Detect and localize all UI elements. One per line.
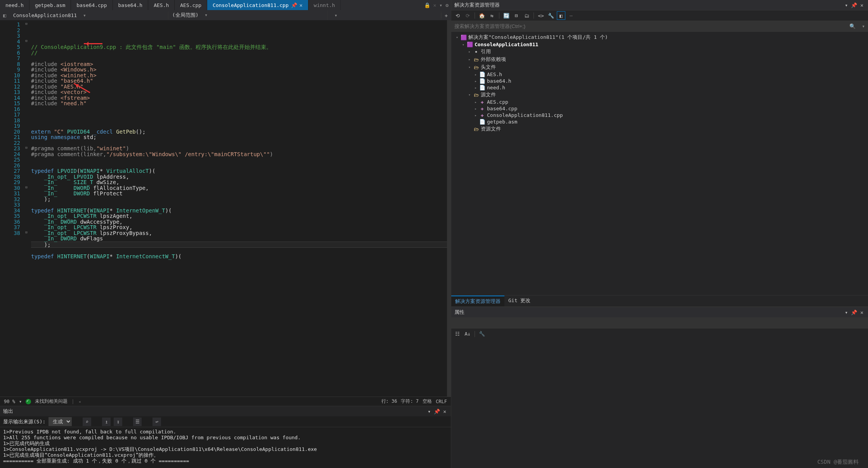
code-line[interactable]: _In_opt_ LPCWSTR lpszProxy, — [31, 224, 451, 230]
code-line[interactable]: #pragma comment(linker,"/subsystem:\"Win… — [31, 151, 451, 157]
code-line[interactable]: typedef HINTERNET(WINAPI* InternetConnec… — [31, 254, 451, 259]
sync-icon[interactable]: ⇆ — [488, 12, 496, 19]
close-icon[interactable]: ✕ — [859, 2, 865, 8]
close-icon[interactable]: ✕ — [300, 2, 303, 8]
gear-icon[interactable]: ⚙ — [445, 2, 449, 8]
no-issues-icon[interactable] — [26, 399, 31, 404]
code-line[interactable] — [31, 112, 451, 118]
code-line[interactable]: ); — [31, 197, 451, 202]
pin-icon[interactable]: 📌 — [849, 2, 859, 8]
scope-member[interactable]: ▾ — [327, 11, 441, 19]
editor-tab[interactable]: base64.h — [113, 0, 149, 10]
code-line[interactable] — [31, 140, 451, 146]
dropdown-icon[interactable]: ▾ — [439, 2, 442, 8]
solution-tree[interactable]: ▾🟪解决方案"ConsoleApplication811"(1 个项目/共 1 … — [451, 32, 868, 134]
code-line[interactable]: #include "AES.h" — [31, 84, 451, 90]
goto-next-icon[interactable]: ↧ — [114, 418, 122, 426]
dropdown-icon[interactable]: ▾ — [843, 2, 849, 8]
more-icon[interactable]: ⋯ — [567, 12, 575, 19]
eol-mode[interactable]: CRLF — [436, 399, 447, 404]
code-line[interactable] — [31, 56, 451, 61]
categorized-icon[interactable]: ☷ — [454, 330, 461, 338]
code-line[interactable]: extern "C" PVOID64 _cdecl GetPeb(); — [31, 129, 451, 135]
editor-tab[interactable]: winnt.h — [308, 0, 341, 10]
code-line[interactable]: #include <iostream> — [31, 61, 451, 67]
code-line[interactable]: _In_ DWORD dwAccessType, — [31, 219, 451, 225]
preview-icon[interactable]: ◧ — [557, 12, 565, 19]
code-line[interactable]: #include "need.h" — [31, 101, 451, 106]
solution-search-input[interactable] — [451, 21, 846, 31]
split-editor-icon[interactable]: ✚ — [441, 12, 451, 18]
tree-file[interactable]: ▸✚base64.cpp — [454, 105, 868, 112]
resources-folder[interactable]: 🗁资源文件 — [454, 125, 868, 133]
back-icon[interactable]: ⟲ — [454, 12, 461, 19]
sources-folder[interactable]: ▾🗁源文件 — [454, 91, 868, 99]
editor-tab[interactable]: AES.cpp — [175, 0, 207, 10]
tree-file[interactable]: ▸✚AES.cpp — [454, 99, 868, 105]
close-icon[interactable]: ✕ — [859, 310, 865, 315]
code-line[interactable] — [31, 106, 451, 112]
show-all-icon[interactable]: 🗂 — [523, 12, 530, 19]
code-line[interactable]: _In_ DWORD dwFlags — [31, 236, 451, 242]
issues-text[interactable]: 未找到相关问题 — [35, 398, 68, 405]
pin-icon[interactable]: 📌 — [291, 2, 297, 8]
output-text[interactable]: 1>Previous IPDB not found, fall back to … — [0, 427, 451, 468]
collapse-icon[interactable]: ⊟ — [513, 12, 520, 19]
dropdown-icon[interactable]: ▾ — [426, 409, 432, 414]
code-line[interactable] — [31, 202, 451, 208]
git-changes-tab[interactable]: Git 更改 — [504, 296, 534, 306]
solution-explorer-tab[interactable]: 解决方案资源管理器 — [451, 296, 504, 306]
indent-mode[interactable]: 空格 — [423, 398, 432, 405]
tree-file[interactable]: ▸✚ConsoleApplication811.cpp — [454, 112, 868, 118]
close-icon[interactable]: ✕ — [433, 2, 437, 8]
home-icon[interactable]: 🏠 — [478, 12, 486, 19]
code-line[interactable]: #pragma comment(lib,"wininet") — [31, 146, 451, 151]
clear-all-icon[interactable]: ☰ — [133, 418, 142, 426]
code-line[interactable]: typedef LPVOID(WINAPI* VirtualAllocT)( — [31, 168, 451, 174]
code-line[interactable]: #include <Windows.h> — [31, 67, 451, 73]
refresh-icon[interactable]: 🔄 — [502, 12, 510, 19]
code-line[interactable]: typedef HINTERNET(WINAPI* InternetOpenW_… — [31, 208, 451, 214]
editor-tab[interactable]: getpeb.asm — [29, 0, 71, 10]
code-line[interactable]: _In_ DWORD flProtect — [31, 191, 451, 197]
code-line[interactable]: #include <fstream> — [31, 95, 451, 101]
properties-icon[interactable]: 🔧 — [547, 12, 555, 19]
references-node[interactable]: ▸▫️引用 — [454, 48, 868, 56]
code-line[interactable]: #include <wininet.h> — [31, 73, 451, 78]
editor-tab[interactable]: AES.h — [148, 0, 175, 10]
project-node[interactable]: ▾🟪ConsoleApplication811 — [454, 41, 868, 48]
scope-function[interactable]: (全局范围) ▾ — [168, 10, 327, 20]
search-dropdown-icon[interactable]: ▾ — [859, 23, 868, 29]
tree-file[interactable]: ▸📄need.h — [454, 84, 868, 91]
code-line[interactable]: using namespace std; — [31, 134, 451, 140]
code-line[interactable] — [31, 118, 451, 124]
code-line[interactable] — [31, 123, 451, 129]
headers-folder[interactable]: ▾🗁头文件 — [454, 63, 868, 71]
pin-icon[interactable]: 📌 — [432, 409, 442, 414]
tree-file[interactable]: ▸📄base64.h — [454, 78, 868, 84]
close-icon[interactable]: ✕ — [442, 409, 448, 414]
property-pages-icon[interactable]: 🔧 — [478, 330, 486, 338]
code-line[interactable]: _In_opt_ LPCWSTR lpszAgent, — [31, 213, 451, 219]
output-source-select[interactable]: 生成 — [49, 417, 72, 426]
code-line[interactable]: _In_ DWORD flAllocationType, — [31, 185, 451, 191]
alphabetical-icon[interactable]: A↓ — [464, 330, 471, 338]
toggle-wrap-icon[interactable]: ↩ — [152, 418, 161, 426]
editor-tab[interactable]: need.h — [0, 0, 29, 10]
code-line[interactable] — [31, 157, 451, 163]
code-editor[interactable]: 1234567891011121314151617181920212223242… — [0, 20, 451, 397]
code-line[interactable] — [31, 163, 451, 169]
code-line[interactable]: // — [31, 50, 451, 56]
search-icon[interactable]: 🔍 — [846, 23, 859, 29]
minimap-scrollbar[interactable] — [447, 20, 451, 397]
dropdown-icon[interactable]: ▾ — [843, 310, 849, 315]
code-line[interactable]: _In_opt_ LPVOID lpAddress, — [31, 174, 451, 180]
scope-project[interactable]: ConsoleApplication811 ▾ — [9, 11, 168, 19]
code-line[interactable]: #include "base64.h" — [31, 78, 451, 84]
zoom-level[interactable]: 90 % — [4, 399, 15, 404]
pin-icon[interactable]: 📌 — [849, 310, 859, 315]
editor-tab[interactable]: base64.cpp — [71, 0, 113, 10]
view-code-icon[interactable]: <> — [537, 12, 545, 19]
code-line[interactable]: ); — [31, 242, 451, 248]
code-line[interactable]: _In_opt_ LPCWSTR lpszProxyBypass, — [31, 230, 451, 236]
